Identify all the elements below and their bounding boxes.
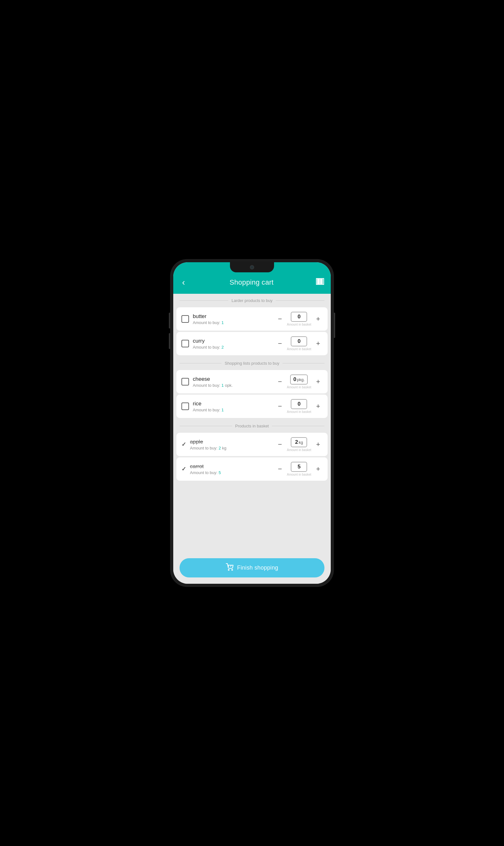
product-info-butter: butter Amount to buy: 1	[193, 313, 272, 325]
product-name-cheese: cheese	[193, 376, 272, 382]
product-info-rice: rice Amount to buy: 1	[193, 401, 272, 412]
stepper-unit-apple: kg	[299, 440, 303, 445]
increment-cheese[interactable]: +	[314, 377, 323, 386]
svg-rect-4	[323, 279, 324, 285]
svg-point-5	[228, 569, 229, 570]
bottom-spacer	[173, 482, 331, 485]
checkbox-rice[interactable]	[181, 403, 189, 410]
decrement-apple[interactable]: −	[276, 440, 285, 449]
product-amount-rice: Amount to buy: 1	[193, 408, 272, 412]
svg-rect-1	[318, 279, 319, 285]
product-info-carrot: carrot Amount to buy: 5	[190, 463, 272, 475]
stepper-value-wrap-cheese: 0 pkg. Amount in basket	[287, 374, 311, 389]
amount-value-rice: 1	[221, 408, 224, 412]
stepper-value-wrap-curry: 0 Amount in basket	[287, 336, 311, 351]
product-info-apple: apple Amount to buy: 2 kg	[190, 439, 272, 451]
product-name-butter: butter	[193, 313, 272, 320]
amount-value-curry: 2	[221, 345, 224, 350]
stepper-value-wrap-carrot: 5 Amount in basket	[287, 462, 311, 476]
stepper-value-butter: 0	[291, 312, 307, 322]
svg-rect-3	[321, 279, 322, 285]
svg-rect-2	[319, 279, 320, 285]
finish-shopping-label: Finish shopping	[237, 565, 278, 571]
product-card-butter: butter Amount to buy: 1 − 0 Amount in ba…	[176, 307, 328, 331]
stepper-value-wrap-butter: 0 Amount in basket	[287, 312, 311, 326]
product-name-curry: curry	[193, 338, 272, 344]
product-card-rice: rice Amount to buy: 1 − 0 Amount in bask…	[176, 395, 328, 418]
stepper-value-apple: 2 kg	[291, 437, 307, 447]
stepper-carrot: − 5 Amount in basket +	[276, 462, 323, 476]
basket-label-apple: Amount in basket	[287, 448, 311, 452]
product-info-curry: curry Amount to buy: 2	[193, 338, 272, 350]
amount-value-butter: 1	[221, 320, 224, 325]
stepper-value-wrap-rice: 0 Amount in basket	[287, 399, 311, 413]
stepper-unit-cheese: pkg.	[297, 377, 305, 382]
stepper-value-curry: 0	[291, 336, 307, 347]
product-card-cheese: cheese Amount to buy: 1 opk. − 0 pkg.	[176, 370, 328, 393]
basket-label-butter: Amount in basket	[287, 323, 311, 326]
stepper-value-wrap-apple: 2 kg Amount in basket	[287, 437, 311, 452]
camera-dot	[250, 265, 254, 269]
product-amount-butter: Amount to buy: 1	[193, 320, 272, 325]
decrement-rice[interactable]: −	[276, 402, 285, 411]
stepper-value-cheese: 0 pkg.	[290, 374, 308, 385]
checkbox-curry[interactable]	[181, 340, 189, 347]
barcode-icon[interactable]	[316, 277, 324, 288]
stepper-value-carrot: 5	[291, 462, 307, 472]
back-button[interactable]: ‹	[180, 276, 187, 289]
amount-value-carrot: 5	[219, 470, 221, 475]
basket-label-curry: Amount in basket	[287, 347, 311, 351]
stepper-apple: − 2 kg Amount in basket +	[276, 437, 323, 452]
product-card-apple: ✓ apple Amount to buy: 2 kg − 2 kg	[176, 433, 328, 456]
decrement-butter[interactable]: −	[276, 315, 285, 323]
amount-unit-cheese: opk.	[225, 383, 233, 388]
scroll-area: Larder products to buy butter Amount to …	[173, 294, 331, 553]
camera-bar	[230, 262, 274, 272]
basket-label-cheese: Amount in basket	[287, 386, 311, 389]
product-name-apple: apple	[190, 439, 272, 445]
finish-bar: Finish shopping	[173, 553, 331, 584]
page-title: Shopping cart	[230, 278, 274, 286]
stepper-value-rice: 0	[291, 399, 307, 409]
finish-shopping-button[interactable]: Finish shopping	[180, 558, 324, 578]
volume-up-button[interactable]	[169, 313, 170, 329]
stepper-rice: − 0 Amount in basket +	[276, 399, 323, 413]
product-amount-apple: Amount to buy: 2 kg	[190, 446, 272, 451]
stepper-cheese: − 0 pkg. Amount in basket +	[276, 374, 323, 389]
product-amount-cheese: Amount to buy: 1 opk.	[193, 383, 272, 388]
product-card-carrot: ✓ carrot Amount to buy: 5 − 5 Amount in …	[176, 457, 328, 481]
product-info-cheese: cheese Amount to buy: 1 opk.	[193, 376, 272, 388]
section-basket-header: Products in basket	[173, 419, 331, 431]
increment-carrot[interactable]: +	[314, 464, 323, 473]
basket-label-carrot: Amount in basket	[287, 473, 311, 476]
increment-curry[interactable]: +	[314, 339, 323, 348]
stepper-curry: − 0 Amount in basket +	[276, 336, 323, 351]
volume-down-button[interactable]	[169, 333, 170, 349]
cart-icon	[226, 563, 233, 572]
amount-value-cheese: 1	[221, 383, 224, 388]
checkmark-apple: ✓	[181, 441, 186, 448]
product-amount-carrot: Amount to buy: 5	[190, 470, 272, 475]
checkmark-carrot: ✓	[181, 465, 186, 473]
section-larder-header: Larder products to buy	[173, 294, 331, 306]
increment-butter[interactable]: +	[314, 315, 323, 323]
power-button[interactable]	[334, 313, 335, 338]
section-shoplists-header: Shopping lists products to buy	[173, 356, 331, 369]
svg-rect-0	[316, 279, 318, 285]
svg-point-6	[232, 569, 232, 570]
decrement-curry[interactable]: −	[276, 339, 285, 348]
decrement-cheese[interactable]: −	[276, 377, 285, 386]
decrement-carrot[interactable]: −	[276, 464, 285, 473]
basket-label-rice: Amount in basket	[287, 410, 311, 413]
product-amount-curry: Amount to buy: 2	[193, 345, 272, 350]
product-name-carrot: carrot	[190, 463, 272, 470]
increment-rice[interactable]: +	[314, 402, 323, 411]
increment-apple[interactable]: +	[314, 440, 323, 449]
checkbox-butter[interactable]	[181, 315, 189, 323]
product-card-curry: curry Amount to buy: 2 − 0 Amount in bas…	[176, 332, 328, 355]
amount-value-apple: 2	[219, 446, 221, 451]
product-name-rice: rice	[193, 401, 272, 407]
checkbox-cheese[interactable]	[181, 378, 189, 386]
amount-unit-apple: kg	[222, 446, 227, 451]
stepper-butter: − 0 Amount in basket +	[276, 312, 323, 326]
